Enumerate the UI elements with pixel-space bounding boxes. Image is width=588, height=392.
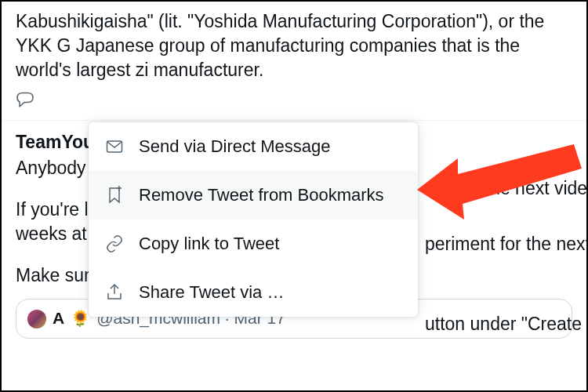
menu-item-label: Send via Direct Message — [139, 136, 331, 157]
avatar — [27, 310, 46, 328]
menu-item-label: Share Tweet via … — [139, 282, 284, 303]
reply-icon[interactable] — [16, 90, 572, 115]
envelope-icon — [104, 136, 125, 157]
menu-item-dm[interactable]: Send via Direct Message — [89, 122, 418, 171]
menu-item-label: Copy link to Tweet — [139, 234, 279, 254]
divider — [2, 120, 586, 121]
share-menu: Send via Direct Message Remove Tweet fro… — [89, 122, 418, 317]
quote-author-name: A — [53, 307, 64, 329]
link-icon — [104, 234, 125, 254]
menu-item-copy-link[interactable]: Copy link to Tweet — [89, 220, 418, 268]
sunflower-emoji: 🌻 — [71, 308, 90, 329]
text-fragment: utton under "Create a Q — [425, 314, 588, 335]
text-fragment: periment for the next tw — [425, 234, 588, 255]
menu-item-share-via[interactable]: Share Tweet via … — [89, 268, 418, 317]
menu-item-label: Remove Tweet from Bookmarks — [139, 185, 384, 205]
text-fragment: eue up the next video? — [425, 178, 588, 199]
bookmark-remove-icon — [104, 185, 125, 205]
share-icon — [104, 282, 125, 303]
tweet-text: Kabushikigaisha" (lit. "Yoshida Manufact… — [16, 9, 572, 82]
menu-item-remove-bookmark[interactable]: Remove Tweet from Bookmarks — [89, 171, 418, 220]
